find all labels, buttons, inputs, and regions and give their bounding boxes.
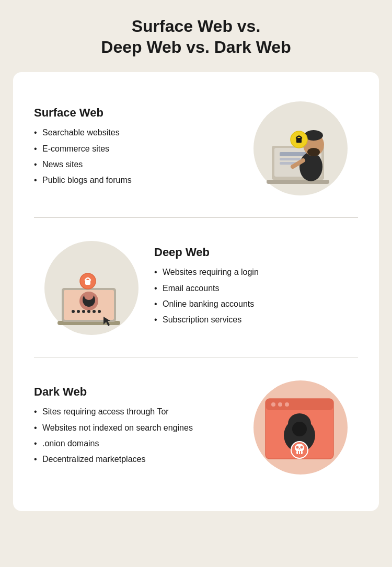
dark-web-section: Dark Web Sites requiring access through …: [34, 370, 358, 492]
list-item: Websites not indexed on search engines: [34, 422, 238, 434]
list-item: News sites: [34, 159, 238, 170]
surface-web-svg: [256, 104, 345, 193]
deep-web-image: [34, 236, 149, 340]
svg-point-8: [307, 148, 320, 156]
deep-web-title: Deep Web: [154, 246, 358, 259]
deep-web-svg: [47, 244, 136, 332]
surface-web-title: Surface Web: [34, 106, 238, 120]
svg-rect-27: [85, 280, 90, 285]
info-card: Surface Web Searchable websitesE-commerc…: [13, 72, 379, 511]
deep-circle: [44, 241, 139, 335]
svg-point-32: [285, 402, 289, 407]
surface-web-list: Searchable websitesE-commerce sitesNews …: [34, 127, 238, 187]
dark-web-image: [243, 375, 358, 480]
svg-point-35: [292, 422, 307, 436]
surface-web-text: Surface Web Searchable websitesE-commerc…: [34, 106, 238, 191]
dark-web-svg: [256, 383, 345, 472]
deep-web-text: Deep Web Websites requiring a loginEmail…: [154, 246, 358, 330]
list-item: Email accounts: [154, 283, 358, 294]
svg-rect-3: [280, 158, 301, 160]
svg-point-23: [93, 310, 96, 313]
svg-point-21: [82, 310, 85, 313]
divider-1: [34, 217, 358, 218]
svg-point-30: [271, 402, 275, 407]
surface-web-section: Surface Web Searchable websitesE-commerc…: [34, 91, 358, 213]
list-item: Online banking accounts: [154, 298, 358, 310]
svg-point-20: [77, 310, 80, 313]
svg-point-41: [296, 446, 299, 449]
svg-rect-5: [267, 180, 329, 184]
list-item: Searchable websites: [34, 127, 238, 138]
list-item: Sites requiring access through Tor: [34, 406, 238, 418]
list-item: .onion domains: [34, 438, 238, 449]
svg-rect-11: [296, 138, 302, 143]
svg-point-24: [98, 310, 101, 313]
dark-web-text: Dark Web Sites requiring access through …: [34, 385, 238, 470]
dark-circle: [253, 380, 348, 475]
svg-rect-40: [300, 451, 301, 454]
divider-2: [34, 357, 358, 357]
dark-web-title: Dark Web: [34, 385, 238, 399]
svg-point-18: [84, 292, 94, 300]
list-item: E-commerce sites: [34, 143, 238, 155]
svg-point-42: [301, 446, 303, 449]
surface-circle: [253, 101, 348, 195]
list-item: Decentralized marketplaces: [34, 454, 238, 465]
dark-web-list: Sites requiring access through TorWebsit…: [34, 406, 238, 466]
svg-rect-39: [298, 451, 299, 454]
svg-rect-38: [296, 451, 303, 454]
svg-point-6: [299, 152, 322, 181]
surface-web-image: [243, 96, 358, 201]
list-item: Websites requiring a login: [154, 267, 358, 278]
svg-point-19: [72, 310, 75, 313]
svg-point-31: [278, 402, 282, 407]
list-item: Public blogs and forums: [34, 175, 238, 186]
svg-point-22: [87, 310, 90, 313]
svg-rect-29: [266, 399, 333, 410]
deep-web-section: Deep Web Websites requiring a loginEmail…: [34, 230, 358, 353]
deep-web-list: Websites requiring a loginEmail accounts…: [154, 267, 358, 326]
page-title: Surface Web vs. Deep Web vs. Dark Web: [101, 16, 291, 57]
list-item: Subscription services: [154, 314, 358, 326]
